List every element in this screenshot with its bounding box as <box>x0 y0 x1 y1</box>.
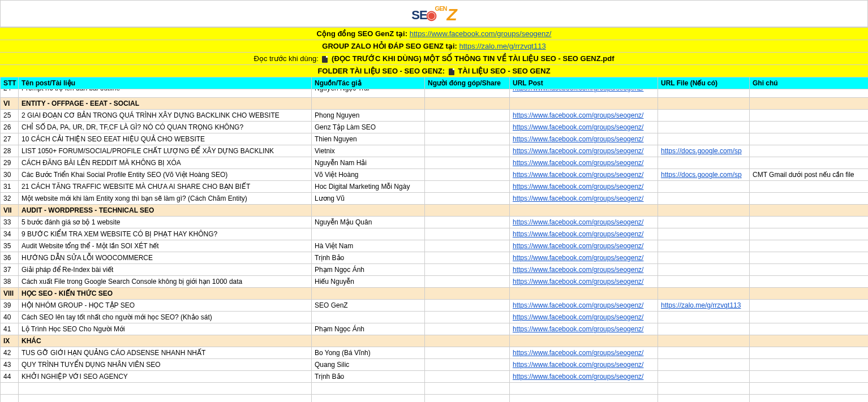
table-row: 43QUY TRÌNH TUYỂN DỤNG NHÂN VIÊN SEOQuan… <box>1 359 869 371</box>
table-row: 29CÁCH ĐĂNG BÀI LÊN REDDIT MÀ KHÔNG BỊ X… <box>1 157 869 169</box>
cell-share <box>425 252 510 264</box>
url-link[interactable]: https://www.facebook.com/groups/seogenz/ <box>513 218 643 226</box>
cell-note <box>750 110 869 122</box>
table-row: VIENTITY - OFFPAGE - EEAT - SOCIAL <box>1 98 869 110</box>
url-link[interactable]: https://www.facebook.com/groups/seogenz/ <box>513 147 643 155</box>
cell-share <box>425 371 510 383</box>
url-link[interactable]: https://www.facebook.com/groups/seogenz/ <box>513 230 643 238</box>
cell-url: https://www.facebook.com/groups/seogenz/ <box>510 359 658 371</box>
cell-stt: 33 <box>1 217 19 228</box>
table-row: 35Audit Website tổng thể - Một lần SOI X… <box>1 240 869 252</box>
cell-share <box>425 110 510 122</box>
cell-stt: 35 <box>1 240 19 252</box>
cell-title: HƯỚNG DẪN SỬA LỖI WOOCOMMERCE <box>19 252 312 264</box>
url-link[interactable]: https://www.facebook.com/groups/seogenz/ <box>513 373 643 381</box>
cell-file <box>658 217 750 228</box>
table-row <box>1 383 869 395</box>
cell-note <box>750 371 869 383</box>
cell-note <box>750 240 869 252</box>
cell-title: AUDIT - WORDPRESS - TECHNICAL SEO <box>19 205 312 217</box>
cell-share <box>425 359 510 371</box>
cell-stt: 27 <box>1 133 19 145</box>
folder-prefix: FOLDER TÀI LIỆU SEO - SEO GENZ: <box>317 67 446 75</box>
read-doc: (ĐỌC TRƯỚC KHI DÙNG) MỘT SỐ THÔNG TIN VỀ… <box>332 54 614 63</box>
cell-author: Lương Vũ <box>312 193 425 205</box>
read-banner: Đọc trước khi dùng: (ĐỌC TRƯỚC KHI DÙNG)… <box>0 52 868 64</box>
community-link[interactable]: https://www.facebook.com/groups/seogenz/ <box>410 29 552 38</box>
url-link[interactable]: https://www.facebook.com/groups/seogenz/ <box>513 194 643 202</box>
cell-title: CHỈ SỐ DA, PA, UR, DR, TF,CF LÀ GÌ? NÓ C… <box>19 122 312 133</box>
file-link[interactable]: https://zalo.me/g/rrzvqt113 <box>661 301 741 309</box>
cell-url: https://www.facebook.com/groups/seogenz/ <box>510 122 658 133</box>
cell-url: https://www.facebook.com/groups/seogenz/ <box>510 217 658 228</box>
file-link[interactable]: https://docs.google.com/sp <box>661 171 742 179</box>
cell-stt: IX <box>1 335 19 347</box>
cell-stt: 26 <box>1 122 19 133</box>
cell-title: HỌC SEO - KIẾN THỨC SEO <box>19 288 312 300</box>
cell-title: Giải pháp để Re-Index bài viết <box>19 264 312 276</box>
cell-author: Trịnh Bảo <box>312 371 425 383</box>
url-link[interactable]: https://www.facebook.com/groups/seogenz/ <box>513 301 643 309</box>
url-link[interactable]: https://www.facebook.com/groups/seogenz/ <box>513 183 643 191</box>
cell-stt: 43 <box>1 359 19 371</box>
cell-author: Thien Nguyen <box>312 133 425 145</box>
url-link[interactable]: https://www.facebook.com/groups/seogenz/ <box>513 325 643 333</box>
url-link[interactable]: https://www.facebook.com/groups/seogenz/ <box>513 89 643 93</box>
cell-url: https://www.facebook.com/groups/seogenz/ <box>510 312 658 323</box>
table-row: 38Cách xuất File trong Google Search Con… <box>1 276 869 288</box>
cell-url: https://www.facebook.com/groups/seogenz/ <box>510 252 658 264</box>
url-link[interactable]: https://www.facebook.com/groups/seogenz/ <box>513 313 643 321</box>
zalo-link[interactable]: https://zalo.me/g/rrzvqt113 <box>459 42 545 50</box>
cell-url: https://www.facebook.com/groups/seogenz/ <box>510 240 658 252</box>
cell-file <box>658 312 750 323</box>
url-link[interactable]: https://www.facebook.com/groups/seogenz/ <box>513 159 643 167</box>
header-row: STT Tên post/Tài liệu Nguồn/Tác giả Ngườ… <box>1 77 869 89</box>
url-link[interactable]: https://www.facebook.com/groups/seogenz/ <box>513 278 643 286</box>
table-row: 44KHỞI NGHIỆP VỚI SEO AGENCYTrịnh Bảohtt… <box>1 371 869 383</box>
cell-stt: 30 <box>1 169 19 181</box>
col-share: Người đóng góp/Share <box>425 77 510 89</box>
logo-row: SE◉GENZ <box>0 0 868 27</box>
cell-note: CMT Gmail dưới post nếu cần file <box>750 169 869 181</box>
cell-title: CÁCH ĐĂNG BÀI LÊN REDDIT MÀ KHÔNG BỊ XÓA <box>19 157 312 169</box>
url-link[interactable]: https://www.facebook.com/groups/seogenz/ <box>513 135 643 143</box>
document-icon <box>322 56 328 63</box>
url-link[interactable]: https://www.facebook.com/groups/seogenz/ <box>513 254 643 262</box>
cell-share <box>425 300 510 312</box>
table-row: 42TUS GỠ GIỚI HẠN QUẢNG CÁO ADSENSE NHAN… <box>1 347 869 359</box>
cell-note <box>750 145 869 157</box>
cell-file <box>658 276 750 288</box>
cell-share <box>425 157 510 169</box>
cell-title: 2 GIAI ĐOẠN CƠ BẢN TRONG QUÁ TRÌNH XÂY D… <box>19 110 312 122</box>
cell-author: Vietnix <box>312 145 425 157</box>
url-link[interactable]: https://www.facebook.com/groups/seogenz/ <box>513 242 643 250</box>
url-link[interactable]: https://www.facebook.com/groups/seogenz/ <box>513 171 643 179</box>
community-banner: Cộng đồng SEO GenZ tại: https://www.face… <box>0 27 868 40</box>
col-file: URL File (Nếu có) <box>658 77 750 89</box>
cell-file <box>658 359 750 371</box>
folder-banner: FOLDER TÀI LIỆU SEO - SEO GENZ: TÀI LIỆU… <box>0 64 868 77</box>
cell-stt: 42 <box>1 347 19 359</box>
cell-note <box>750 276 869 288</box>
cell-title: TUS GỠ GIỚI HẠN QUẢNG CÁO ADSENSE NHANH … <box>19 347 312 359</box>
file-link[interactable]: https://docs.google.com/sp <box>661 147 742 155</box>
cell-note <box>750 312 869 323</box>
table-row: 335 bước đánh giá sơ bộ 1 websiteNguyễn … <box>1 217 869 228</box>
cell-url: https://www.facebook.com/groups/seogenz/ <box>510 300 658 312</box>
cell-stt: 36 <box>1 252 19 264</box>
cell-stt: 40 <box>1 312 19 323</box>
cell-share <box>425 312 510 323</box>
cell-note <box>750 133 869 145</box>
table-row: IXKHÁC <box>1 335 869 347</box>
cell-url: https://www.facebook.com/groups/seogenz/ <box>510 228 658 240</box>
table-row: 3121 CÁCH TĂNG TRAFFIC WEBSITE MÀ CHƯA A… <box>1 181 869 193</box>
url-link[interactable]: https://www.facebook.com/groups/seogenz/ <box>513 123 643 131</box>
table-row: 30Các Bước Triển Khai Social Profile Ent… <box>1 169 869 181</box>
table-row: 32Một website mới khi làm Entity xong th… <box>1 193 869 205</box>
url-link[interactable]: https://www.facebook.com/groups/seogenz/ <box>513 266 643 274</box>
url-link[interactable]: https://www.facebook.com/groups/seogenz/ <box>513 349 643 357</box>
cell-author: Genz Tập Làm SEO <box>312 122 425 133</box>
cell-author: Phạm Ngọc Ánh <box>312 323 425 335</box>
url-link[interactable]: https://www.facebook.com/groups/seogenz/ <box>513 361 643 369</box>
url-link[interactable]: https://www.facebook.com/groups/seogenz/ <box>513 111 643 119</box>
